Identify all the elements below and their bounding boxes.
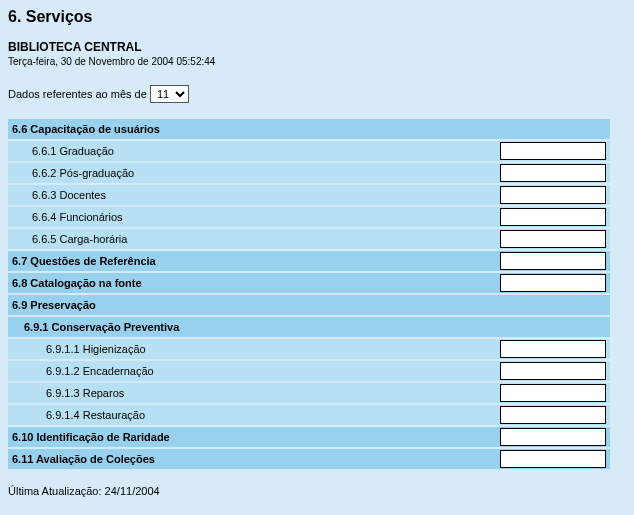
section-6-6-label: 6.6 Capacitação de usuários [12, 123, 606, 135]
label-6-9-1-4: 6.9.1.4 Restauração [12, 409, 496, 421]
label-6-9-1-3: 6.9.1.3 Reparos [12, 387, 496, 399]
section-6-9-1-header: 6.9.1 Conservação Preventiva [8, 317, 610, 339]
input-6-9-1-4[interactable] [500, 406, 606, 424]
input-6-10[interactable] [500, 428, 606, 446]
label-6-7: 6.7 Questões de Referência [12, 255, 496, 267]
row-6-7: 6.7 Questões de Referência [8, 251, 610, 273]
row-6-9-1-1: 6.9.1.1 Higienização [8, 339, 610, 361]
label-6-6-5: 6.6.5 Carga-horária [12, 233, 496, 245]
page-timestamp: Terça-feira, 30 de Novembro de 2004 05:5… [8, 56, 626, 67]
form-table: 6.6 Capacitação de usuários 6.6.1 Gradua… [8, 119, 610, 471]
input-6-7[interactable] [500, 252, 606, 270]
label-6-6-2: 6.6.2 Pós-graduação [12, 167, 496, 179]
last-update: Última Atualização: 24/11/2004 [8, 485, 626, 497]
row-6-10: 6.10 Identificação de Raridade [8, 427, 610, 449]
input-6-9-1-2[interactable] [500, 362, 606, 380]
page-title: 6. Serviços [8, 8, 626, 26]
input-6-6-3[interactable] [500, 186, 606, 204]
row-6-9-1-3: 6.9.1.3 Reparos [8, 383, 610, 405]
label-6-8: 6.8 Catalogação na fonte [12, 277, 496, 289]
input-6-11[interactable] [500, 450, 606, 468]
row-6-6-1: 6.6.1 Graduação [8, 141, 610, 163]
section-6-9-1-label: 6.9.1 Conservação Preventiva [12, 321, 606, 333]
row-6-9-1-4: 6.9.1.4 Restauração [8, 405, 610, 427]
label-6-10: 6.10 Identificação de Raridade [12, 431, 496, 443]
input-6-8[interactable] [500, 274, 606, 292]
label-6-9-1-1: 6.9.1.1 Higienização [12, 343, 496, 355]
row-6-6-2: 6.6.2 Pós-graduação [8, 163, 610, 185]
input-6-6-2[interactable] [500, 164, 606, 182]
section-6-6-header: 6.6 Capacitação de usuários [8, 119, 610, 141]
row-6-9-1-2: 6.9.1.2 Encadernação [8, 361, 610, 383]
input-6-9-1-3[interactable] [500, 384, 606, 402]
input-6-6-4[interactable] [500, 208, 606, 226]
input-6-9-1-1[interactable] [500, 340, 606, 358]
row-6-6-4: 6.6.4 Funcionários [8, 207, 610, 229]
label-6-6-1: 6.6.1 Graduação [12, 145, 496, 157]
row-6-6-5: 6.6.5 Carga-horária [8, 229, 610, 251]
section-6-9-header: 6.9 Preservação [8, 295, 610, 317]
input-6-6-1[interactable] [500, 142, 606, 160]
month-select[interactable]: 11 [150, 85, 189, 103]
section-6-9-label: 6.9 Preservação [12, 299, 606, 311]
row-6-11: 6.11 Avaliação de Coleções [8, 449, 610, 471]
label-6-6-3: 6.6.3 Docentes [12, 189, 496, 201]
month-label: Dados referentes ao mês de [8, 88, 147, 100]
input-6-6-5[interactable] [500, 230, 606, 248]
label-6-9-1-2: 6.9.1.2 Encadernação [12, 365, 496, 377]
label-6-6-4: 6.6.4 Funcionários [12, 211, 496, 223]
page-subtitle: BIBLIOTECA CENTRAL [8, 40, 626, 54]
row-6-6-3: 6.6.3 Docentes [8, 185, 610, 207]
label-6-11: 6.11 Avaliação de Coleções [12, 453, 496, 465]
row-6-8: 6.8 Catalogação na fonte [8, 273, 610, 295]
